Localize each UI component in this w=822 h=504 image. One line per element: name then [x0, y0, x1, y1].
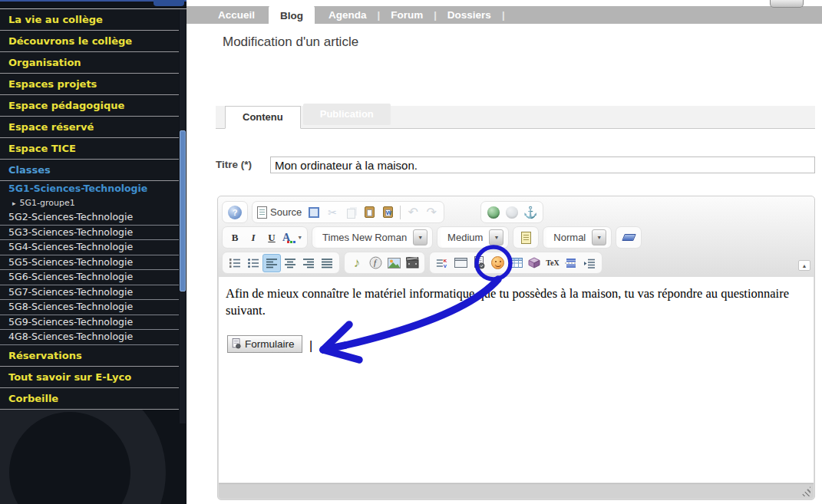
scissors-icon: ✂	[328, 206, 337, 219]
sidebar-item-5g4[interactable]: 5G4-Sciences-Technologie	[0, 240, 179, 255]
triangle-bullet-icon: ▸	[12, 199, 16, 207]
svg-text:K: K	[444, 258, 447, 263]
audio-button[interactable]: ♪	[348, 254, 366, 272]
titre-input[interactable]	[270, 156, 815, 173]
cut-button[interactable]: ✂	[323, 203, 342, 222]
sidebar-item-corbeille[interactable]: Corbeille	[0, 388, 179, 410]
iframe-button[interactable]	[451, 254, 470, 272]
indent-block-button[interactable]	[580, 254, 599, 272]
sidebar-item-espaces-projets[interactable]: Espaces projets	[0, 74, 179, 95]
sidebar-subitem-label: 5G1-groupe1	[20, 198, 75, 208]
link-icon	[487, 206, 500, 219]
text-color-button[interactable]: A ▼	[281, 229, 304, 247]
templates-button[interactable]	[517, 229, 535, 247]
rich-text-editor: ? Source ✂ ↶ ↷ ⚓	[217, 196, 815, 500]
redo-button[interactable]: ↷	[422, 203, 441, 222]
bullet-list-icon	[247, 258, 259, 268]
about-button[interactable]: ?	[226, 203, 244, 222]
font-family-value: Times New Roman	[322, 232, 407, 243]
smiley-button[interactable]	[488, 254, 507, 272]
paragraph-format-dropdown[interactable]: Normal ▼	[546, 228, 608, 247]
keyword-list-button[interactable]: KV	[433, 254, 451, 272]
paste-button[interactable]	[360, 203, 378, 222]
page-break-icon	[565, 258, 577, 268]
sidebar-item-tout-savoir[interactable]: Tout savoir sur E-Lyco	[0, 367, 179, 388]
editor-resize-handle[interactable]	[801, 486, 810, 496]
align-center-button[interactable]	[281, 254, 299, 272]
align-left-button[interactable]	[262, 254, 281, 272]
form-button[interactable]	[470, 254, 488, 272]
sidebar-item-5g9[interactable]: 5G9-Sciences-Technologie	[0, 315, 179, 331]
top-drawer-handle[interactable]	[770, 0, 804, 8]
align-right-button[interactable]	[299, 254, 318, 272]
nav-tab-blog[interactable]: Blog	[269, 5, 315, 28]
remove-format-button[interactable]	[619, 229, 638, 247]
sidebar-item-5g8[interactable]: 5G8-Sciences-Technologie	[0, 300, 179, 315]
font-size-dropdown[interactable]: Medium ▼	[441, 228, 505, 247]
flash-button[interactable]: f	[366, 254, 385, 272]
source-button[interactable]: Source	[256, 203, 305, 222]
bold-button[interactable]: B	[226, 229, 244, 247]
tab-publication[interactable]: Publication	[303, 104, 391, 125]
nav-tab-forum[interactable]: Forum	[381, 9, 432, 21]
justify-button[interactable]	[318, 254, 336, 272]
toolbar-row-1: ? Source ✂ ↶ ↷ ⚓	[222, 199, 810, 225]
sidebar-item-5g7[interactable]: 5G7-Sciences-Technologie	[0, 285, 179, 301]
3d-object-button[interactable]	[525, 254, 543, 272]
nav-tab-agenda[interactable]: Agenda	[319, 9, 376, 21]
paste-icon	[365, 206, 375, 218]
sidebar-item-5g6[interactable]: 5G6-Sciences-Technologie	[0, 270, 179, 285]
sidebar-item-4g8[interactable]: 4G8-Sciences-Technologie	[0, 330, 179, 345]
sidebar-item-5g1[interactable]: 5G1-Sciences-Technologie	[0, 181, 179, 197]
form-placeholder-chip[interactable]: Formulaire	[227, 335, 302, 353]
unlink-button[interactable]	[503, 203, 521, 222]
sidebar-item-5g3[interactable]: 5G3-Sciences-Technologie	[0, 226, 179, 241]
sidebar-item-la-vie-au-college[interactable]: La vie au collège	[0, 9, 179, 31]
top-navigation-bar: Accueil Blog Agenda | Forum | Dossiers |	[187, 6, 822, 24]
table-button[interactable]	[507, 254, 525, 272]
undo-button[interactable]: ↶	[404, 203, 422, 222]
italic-button[interactable]: I	[244, 229, 262, 247]
sidebar-item-organisation[interactable]: Organisation	[0, 52, 179, 74]
sidebar-scrollbar-thumb[interactable]	[180, 130, 186, 292]
sidebar-item-espace-pedagogique[interactable]: Espace pédagogique	[0, 95, 179, 117]
sidebar-item-5g2[interactable]: 5G2-Sciences-Technologie	[0, 210, 179, 226]
sidebar-item-espace-tice[interactable]: Espace TICE	[0, 138, 179, 160]
film-clapper-icon	[406, 257, 419, 268]
bullet-list-button[interactable]	[244, 254, 262, 272]
image-button[interactable]	[385, 254, 403, 272]
form-chip-icon	[232, 338, 241, 349]
page-break-button[interactable]	[562, 254, 580, 272]
justify-icon	[321, 258, 333, 268]
editor-content-area[interactable]: Afin de mieux connaître le matériel info…	[219, 277, 814, 483]
copy-button[interactable]	[342, 203, 360, 222]
sidebar-item-espace-reserve[interactable]: Espace réservé	[0, 117, 179, 138]
video-button[interactable]	[403, 254, 421, 272]
sidebar: La vie au collège Découvrons le collège …	[0, 0, 187, 504]
chevron-down-icon: ▼	[489, 229, 503, 245]
chevron-down-icon: ▼	[413, 229, 428, 245]
link-button[interactable]	[484, 203, 503, 222]
anchor-button[interactable]: ⚓	[521, 203, 540, 222]
nav-tab-accueil[interactable]: Accueil	[209, 9, 264, 21]
eraser-icon	[622, 234, 636, 241]
underline-button[interactable]: U	[262, 229, 281, 247]
paste-word-button[interactable]	[378, 203, 397, 222]
editor-status-bar	[219, 483, 814, 499]
numbered-list-button[interactable]	[226, 254, 244, 272]
iframe-icon	[454, 258, 467, 268]
sidebar-item-5g5[interactable]: 5G5-Sciences-Technologie	[0, 255, 179, 271]
undo-icon: ↶	[408, 205, 418, 219]
sidebar-item-classes[interactable]: Classes	[0, 160, 179, 181]
sidebar-item-reservations[interactable]: Réservations	[0, 345, 179, 367]
font-family-dropdown[interactable]: Times New Roman ▼	[315, 228, 429, 247]
tex-icon: TeX	[546, 259, 559, 267]
nav-tab-dossiers[interactable]: Dossiers	[438, 9, 500, 21]
tex-formula-button[interactable]: TeX	[543, 254, 562, 272]
sidebar-item-decouvrons-college[interactable]: Découvrons le collège	[0, 31, 179, 52]
sidebar-item-5g1-groupe1[interactable]: ▸5G1-groupe1	[0, 197, 179, 210]
chevron-down-icon: ▼	[592, 229, 606, 245]
maximize-button[interactable]	[305, 203, 323, 222]
toolbar-collapse-button[interactable]: ▲	[798, 260, 810, 271]
tab-contenu[interactable]: Contenu	[225, 106, 301, 129]
